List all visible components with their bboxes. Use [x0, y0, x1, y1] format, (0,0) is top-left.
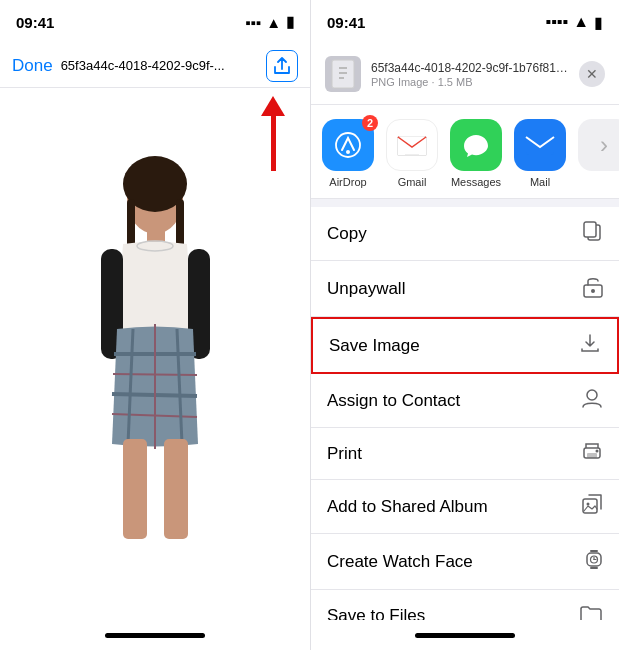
- left-status-icons: ▪▪▪ ▲ ▮: [245, 13, 294, 31]
- svg-point-19: [346, 150, 350, 154]
- svg-rect-28: [587, 453, 597, 458]
- save-image-icon: [579, 332, 601, 359]
- airdrop-badge: 2: [362, 115, 378, 131]
- app-more[interactable]: ›: [577, 119, 619, 188]
- apps-row: 2 AirDrop Gmail: [311, 105, 619, 199]
- gmail-label: Gmail: [398, 176, 427, 188]
- app-airdrop[interactable]: 2 AirDrop: [321, 119, 375, 188]
- unpaywall-icon: [583, 274, 603, 303]
- action-shared-album[interactable]: Add to Shared Album: [311, 480, 619, 534]
- svg-point-29: [596, 450, 599, 453]
- svg-rect-15: [164, 439, 188, 539]
- action-save-image-label: Save Image: [329, 336, 420, 356]
- file-title: 65f3a44c-4018-4202-9c9f-...: [61, 58, 258, 73]
- action-watch-face-label: Create Watch Face: [327, 552, 473, 572]
- left-status-time: 09:41: [16, 14, 54, 31]
- action-watch-face[interactable]: Create Watch Face: [311, 534, 619, 590]
- right-status-icons: ▪▪▪▪ ▲ ▮: [545, 13, 603, 32]
- wifi-icon: ▲: [266, 14, 281, 31]
- svg-point-25: [591, 289, 595, 293]
- messages-icon: [450, 119, 502, 171]
- file-info: 65f3a44c-4018-4202-9c9f-1b76f81608... PN…: [371, 61, 569, 88]
- action-assign-contact[interactable]: Assign to Contact: [311, 374, 619, 428]
- left-image-area: [0, 88, 310, 620]
- action-save-files[interactable]: Save to Files: [311, 590, 619, 620]
- right-status-bar: 09:41 ▪▪▪▪ ▲ ▮: [311, 0, 619, 44]
- action-print-label: Print: [327, 444, 362, 464]
- share-file-meta: PNG Image · 1.5 MB: [371, 76, 569, 88]
- svg-rect-23: [584, 222, 596, 237]
- action-unpaywall[interactable]: Unpaywall: [311, 261, 619, 317]
- action-unpaywall-label: Unpaywall: [327, 279, 405, 299]
- action-copy-label: Copy: [327, 224, 367, 244]
- svg-point-31: [587, 503, 590, 506]
- svg-rect-21: [526, 135, 554, 155]
- mail-label: Mail: [530, 176, 550, 188]
- left-header: Done 65f3a44c-4018-4202-9c9f-...: [0, 44, 310, 88]
- close-sheet-button[interactable]: ✕: [579, 61, 605, 87]
- action-assign-contact-label: Assign to Contact: [327, 391, 460, 411]
- print-icon: [581, 441, 603, 466]
- assign-contact-icon: [581, 387, 603, 414]
- share-button[interactable]: [266, 50, 298, 82]
- right-battery-icon: ▮: [594, 13, 603, 32]
- right-bottom-bar: [311, 620, 619, 650]
- file-thumbnail: [325, 56, 361, 92]
- right-wifi-icon: ▲: [573, 13, 589, 31]
- share-file-name: 65f3a44c-4018-4202-9c9f-1b76f81608...: [371, 61, 569, 75]
- right-panel: 09:41 ▪▪▪▪ ▲ ▮ 65f3a44c-4018-4202-9c9f-1…: [310, 0, 619, 650]
- svg-rect-14: [123, 439, 147, 539]
- mail-icon: [514, 119, 566, 171]
- home-indicator: [105, 633, 205, 638]
- copy-icon: [581, 220, 603, 247]
- action-shared-album-label: Add to Shared Album: [327, 497, 488, 517]
- signal-icon: ▪▪▪: [245, 14, 261, 31]
- left-status-bar: 09:41 ▪▪▪ ▲ ▮: [0, 0, 310, 44]
- airdrop-icon: 2: [322, 119, 374, 171]
- action-copy[interactable]: Copy: [311, 207, 619, 261]
- done-button[interactable]: Done: [12, 56, 53, 76]
- share-sheet-header: 65f3a44c-4018-4202-9c9f-1b76f81608... PN…: [311, 44, 619, 105]
- actions-list: Copy Unpaywall Save Image: [311, 207, 619, 620]
- shared-album-icon: [581, 493, 603, 520]
- arrow-to-share: [261, 96, 285, 171]
- right-home-indicator: [415, 633, 515, 638]
- messages-label: Messages: [451, 176, 501, 188]
- right-signal-icon: ▪▪▪▪: [545, 13, 568, 31]
- save-files-icon: [579, 603, 603, 620]
- left-bottom-bar: [0, 620, 310, 650]
- battery-icon: ▮: [286, 13, 294, 31]
- app-gmail[interactable]: Gmail: [385, 119, 439, 188]
- airdrop-label: AirDrop: [329, 176, 366, 188]
- watch-face-icon: [585, 547, 603, 576]
- action-save-image[interactable]: Save Image: [311, 317, 619, 374]
- more-icon: ›: [578, 119, 619, 171]
- svg-point-26: [587, 390, 597, 400]
- right-status-time: 09:41: [327, 14, 365, 31]
- app-messages[interactable]: Messages: [449, 119, 503, 188]
- app-mail[interactable]: Mail: [513, 119, 567, 188]
- person-image: [78, 154, 233, 554]
- action-print[interactable]: Print: [311, 428, 619, 480]
- action-save-files-label: Save to Files: [327, 606, 425, 621]
- gmail-icon: [386, 119, 438, 171]
- left-panel: 09:41 ▪▪▪ ▲ ▮ Done 65f3a44c-4018-4202-9c…: [0, 0, 310, 650]
